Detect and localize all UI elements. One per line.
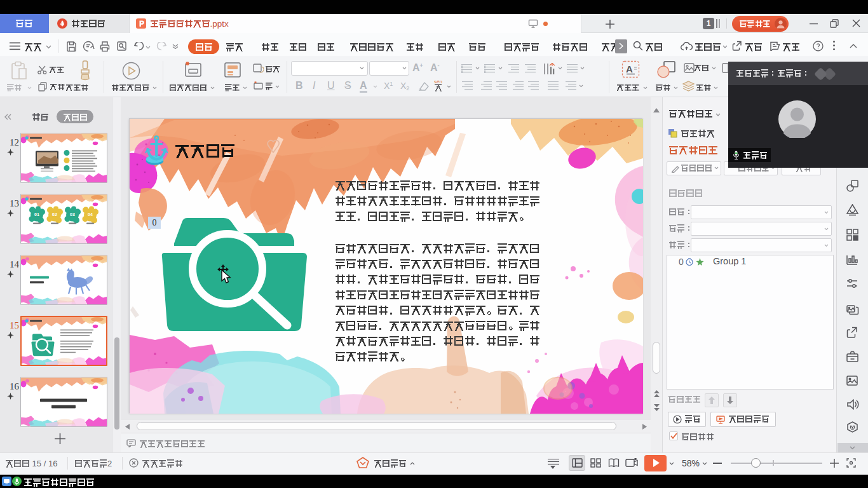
svg-text:03: 03 xyxy=(70,212,75,217)
svg-text:01: 01 xyxy=(34,212,39,217)
svg-text:02: 02 xyxy=(52,212,57,217)
svg-text:04: 04 xyxy=(88,212,93,217)
svg-text:A: A xyxy=(626,64,633,74)
